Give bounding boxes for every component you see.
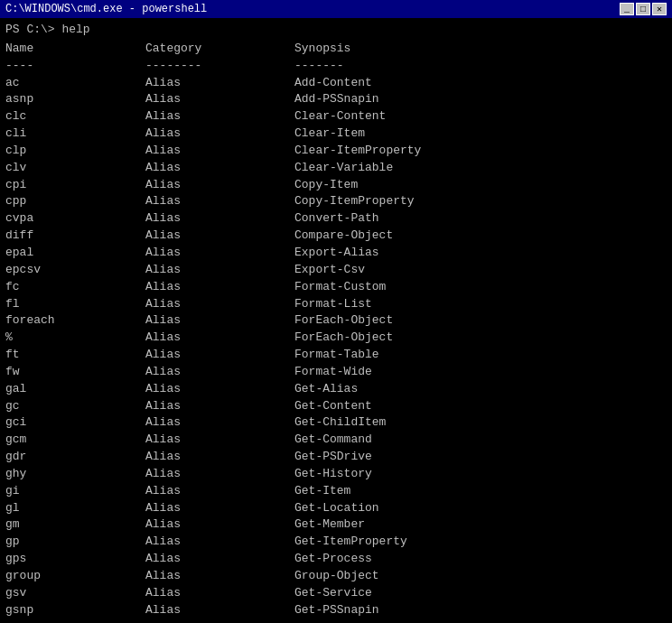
table-row: diffAliasCompare-Object [5,228,667,245]
cell-synopsis: Get-Process [294,551,372,568]
table-body: acAliasAdd-ContentasnpAliasAdd-PSSnapinc… [5,75,667,619]
cell-category: Alias [145,483,294,500]
table-row: fwAliasFormat-Wide [5,364,667,381]
cell-name: gdr [5,449,145,466]
cell-synopsis: Add-Content [294,75,372,92]
cell-category: Alias [145,279,294,296]
table-row: gpAliasGet-ItemProperty [5,534,667,551]
cell-name: gal [5,381,145,398]
cell-name: gi [5,483,145,500]
cell-synopsis: Clear-Item [294,126,365,143]
maximize-button[interactable]: □ [636,3,650,15]
table-row: gcAliasGet-Content [5,398,667,415]
cell-name: cpi [5,177,145,194]
table-row: gmAliasGet-Member [5,516,667,534]
cell-synopsis: Get-Service [294,585,372,602]
cell-synopsis: Clear-Content [294,108,386,126]
cell-synopsis: Get-PSSnapin [294,602,379,619]
table-row: gsnpAliasGet-PSSnapin [5,602,667,619]
cell-category: Alias [145,500,294,517]
table-row: galAliasGet-Alias [5,381,667,398]
prompt-line: PS C:\> help [5,22,667,39]
cell-category: Alias [145,177,294,194]
table-row: gciAliasGet-ChildItem [5,414,667,432]
table-row: asnpAliasAdd-PSSnapin [5,91,667,108]
table-row: epcsvAliasExport-Csv [5,262,667,279]
cell-category: Alias [145,126,294,143]
cell-name: gsv [5,585,145,602]
cell-synopsis: Get-History [294,466,372,483]
cell-category: Alias [145,160,294,177]
cell-category: Alias [145,381,294,398]
table-row: foreachAliasForEach-Object [5,312,667,330]
table-row: %AliasForEach-Object [5,330,667,347]
cell-name: fc [5,279,145,296]
cell-synopsis: Get-Member [294,516,365,534]
cell-name: cli [5,126,145,143]
cell-synopsis: Format-List [294,296,372,313]
table-row: glAliasGet-Location [5,500,667,517]
divider-category: -------- [145,58,294,75]
cell-category: Alias [145,516,294,534]
table-row: giAliasGet-Item [5,483,667,500]
cell-category: Alias [145,585,294,602]
table-row: clcAliasClear-Content [5,108,667,126]
table-row: clpAliasClear-ItemProperty [5,143,667,160]
cell-synopsis: Format-Table [294,347,379,364]
cell-name: gcm [5,432,145,449]
title-bar: C:\WINDOWS\cmd.exe - powershell _ □ ✕ [0,0,672,18]
cell-name: ft [5,347,145,364]
cell-name: gl [5,500,145,517]
table-row: gcmAliasGet-Command [5,432,667,449]
cell-name: diff [5,228,145,245]
table-header: Name Category Synopsis [5,41,667,58]
cell-category: Alias [145,245,294,262]
table-row: ftAliasFormat-Table [5,347,667,364]
cell-category: Alias [145,91,294,108]
table-row: cliAliasClear-Item [5,126,667,143]
cell-name: gp [5,534,145,551]
table-row: epalAliasExport-Alias [5,245,667,262]
cell-synopsis: Convert-Path [294,210,379,228]
cell-synopsis: Get-Content [294,398,372,415]
cell-category: Alias [145,347,294,364]
cell-synopsis: ForEach-Object [294,312,393,330]
table-row: cppAliasCopy-ItemProperty [5,193,667,210]
cell-category: Alias [145,143,294,160]
cell-category: Alias [145,296,294,313]
cell-synopsis: Copy-ItemProperty [294,193,415,210]
cell-synopsis: Get-Alias [294,381,358,398]
cell-synopsis: Get-Item [294,483,350,500]
cell-synopsis: Export-Alias [294,245,379,262]
cell-synopsis: Get-Command [294,432,372,449]
cell-category: Alias [145,466,294,483]
cell-category: Alias [145,568,294,585]
cell-category: Alias [145,364,294,381]
cell-name: clc [5,108,145,126]
cell-synopsis: ForEach-Object [294,330,393,347]
header-category: Category [145,41,294,58]
cell-category: Alias [145,534,294,551]
table-row: gdrAliasGet-PSDrive [5,449,667,466]
table-row: gpsAliasGet-Process [5,551,667,568]
cell-category: Alias [145,551,294,568]
cell-category: Alias [145,330,294,347]
cell-name: fw [5,364,145,381]
table-row: flAliasFormat-List [5,296,667,313]
table-row: gsvAliasGet-Service [5,585,667,602]
cell-synopsis: Get-Location [294,500,379,517]
cell-name: cpp [5,193,145,210]
cell-name: cvpa [5,210,145,228]
cell-synopsis: Get-ChildItem [294,414,386,432]
cell-category: Alias [145,228,294,245]
cell-category: Alias [145,602,294,619]
header-name: Name [5,41,145,58]
cell-name: gc [5,398,145,415]
minimize-button[interactable]: _ [620,3,634,15]
terminal: PS C:\> help Name Category Synopsis ----… [0,18,672,623]
cell-category: Alias [145,449,294,466]
cell-synopsis: Get-ItemProperty [294,534,407,551]
cell-category: Alias [145,262,294,279]
close-button[interactable]: ✕ [652,3,667,15]
divider-synopsis: ------- [294,58,344,75]
